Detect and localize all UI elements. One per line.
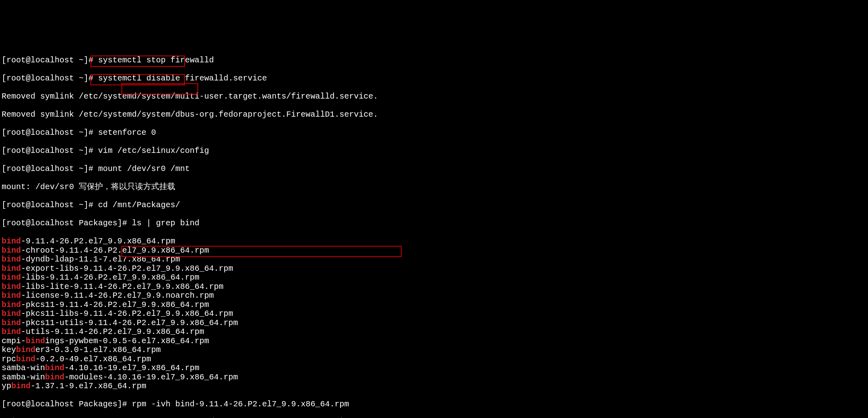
grep-result-item: bind-pkcs11-9.11.4-26.P2.el7_9.9.x86_64.… xyxy=(2,301,868,310)
command-text: systemctl disable firewalld.service xyxy=(98,74,267,83)
command-text: ls | grep bind xyxy=(132,218,199,228)
grep-result-item: samba-winbind-modules-4.10.16-19.el7_9.x… xyxy=(2,373,868,382)
output-removed-symlink-1: Removed symlink /etc/systemd/system/mult… xyxy=(2,92,868,101)
grep-result-item: bind-libs-lite-9.11.4-26.P2.el7_9.9.x86_… xyxy=(2,282,868,292)
grep-match-highlight: bind xyxy=(2,255,21,264)
command-text: mount /dev/sr0 /mnt xyxy=(98,164,190,173)
grep-match-highlight: bind xyxy=(16,354,35,364)
grep-match-highlight: bind xyxy=(2,273,21,282)
command-text: systemctl stop firewalld xyxy=(98,56,214,65)
grep-result-item: bind-pkcs11-utils-9.11.4-26.P2.el7_9.9.x… xyxy=(2,319,868,328)
grep-result-item: samba-winbind-4.10.16-19.el7_9.x86_64.rp… xyxy=(2,364,868,373)
cmd-line-rpm-ivh: [root@localhost Packages]# rpm -ivh bind… xyxy=(2,400,868,409)
grep-match-highlight: bind xyxy=(2,309,21,318)
prompt: [root@localhost Packages]# xyxy=(2,399,132,409)
command-text: vim /etc/selinux/config xyxy=(98,146,209,155)
grep-result-item: bind-chroot-9.11.4-26.P2.el7_9.9.x86_64.… xyxy=(2,246,868,255)
cmd-line-setenforce: [root@localhost ~]# setenforce 0 xyxy=(2,128,868,138)
grep-match-highlight: bind xyxy=(45,363,64,373)
grep-match-highlight: bind xyxy=(2,291,21,300)
grep-match-highlight: bind xyxy=(2,246,21,255)
grep-result-item: bind-utils-9.11.4-26.P2.el7_9.9.x86_64.r… xyxy=(2,327,868,337)
prompt: [root@localhost ~]# xyxy=(2,74,98,83)
prompt: [root@localhost ~]# xyxy=(2,200,98,210)
cmd-line-mount: [root@localhost ~]# mount /dev/sr0 /mnt xyxy=(2,165,868,174)
grep-result-item: bind-libs-9.11.4-26.P2.el7_9.9.x86_64.rp… xyxy=(2,273,868,282)
grep-result-item: rpcbind-0.2.0-49.el7.x86_64.rpm xyxy=(2,355,868,364)
cmd-line-ls-grep: [root@localhost Packages]# ls | grep bin… xyxy=(2,219,868,228)
grep-result-item: bind-dyndb-ldap-11.1-7.el7.x86_64.rpm xyxy=(2,255,868,264)
grep-result-list: bind-9.11.4-26.P2.el7_9.9.x86_64.rpmbind… xyxy=(2,237,868,391)
prompt: [root@localhost Packages]# xyxy=(2,218,132,228)
command-text: cd /mnt/Packages/ xyxy=(98,200,180,210)
grep-result-item: bind-9.11.4-26.P2.el7_9.9.x86_64.rpm xyxy=(2,237,868,246)
prompt: [root@localhost ~]# xyxy=(2,164,98,173)
grep-match-highlight: bind xyxy=(2,264,21,273)
grep-result-item: bind-pkcs11-libs-9.11.4-26.P2.el7_9.9.x8… xyxy=(2,309,868,319)
grep-match-highlight: bind xyxy=(2,318,21,327)
grep-result-item: bind-export-libs-9.11.4-26.P2.el7_9.9.x8… xyxy=(2,264,868,274)
grep-result-item: bind-license-9.11.4-26.P2.el7_9.9.noarch… xyxy=(2,291,868,301)
grep-match-highlight: bind xyxy=(45,373,64,382)
grep-match-highlight: bind xyxy=(26,336,45,346)
grep-match-highlight: bind xyxy=(11,381,31,391)
grep-result-item: cmpi-bindings-pywbem-0.9.5-6.el7.x86_64.… xyxy=(2,337,868,346)
cmd-line-disable-firewall: [root@localhost ~]# systemctl disable fi… xyxy=(2,74,868,83)
command-text: rpm -ivh bind-9.11.4-26.P2.el7_9.9.x86_6… xyxy=(132,399,349,409)
prompt: [root@localhost ~]# xyxy=(2,56,98,65)
grep-result-item: ypbind-1.37.1-9.el7.x86_64.rpm xyxy=(2,382,868,391)
cmd-line-vim-selinux: [root@localhost ~]# vim /etc/selinux/con… xyxy=(2,146,868,156)
output-removed-symlink-2: Removed symlink /etc/systemd/system/dbus… xyxy=(2,110,868,119)
grep-result-item: keybinder3-0.3.0-1.el7.x86_64.rpm xyxy=(2,346,868,355)
prompt: [root@localhost ~]# xyxy=(2,146,98,155)
prompt: [root@localhost ~]# xyxy=(2,128,98,137)
grep-match-highlight: bind xyxy=(2,300,21,309)
grep-match-highlight: bind xyxy=(2,327,21,336)
grep-match-highlight: bind xyxy=(16,345,35,354)
terminal-output[interactable]: [root@localhost ~]# systemctl stop firew… xyxy=(0,45,868,418)
grep-match-highlight: bind xyxy=(2,282,21,291)
command-text: setenforce 0 xyxy=(98,128,156,137)
output-mount-readonly: mount: /dev/sr0 写保护，将以只读方式挂载 xyxy=(2,183,868,192)
grep-match-highlight: bind xyxy=(2,237,21,246)
cmd-line-stop-firewall: [root@localhost ~]# systemctl stop firew… xyxy=(2,56,868,65)
cmd-line-cd-packages: [root@localhost ~]# cd /mnt/Packages/ xyxy=(2,201,868,210)
